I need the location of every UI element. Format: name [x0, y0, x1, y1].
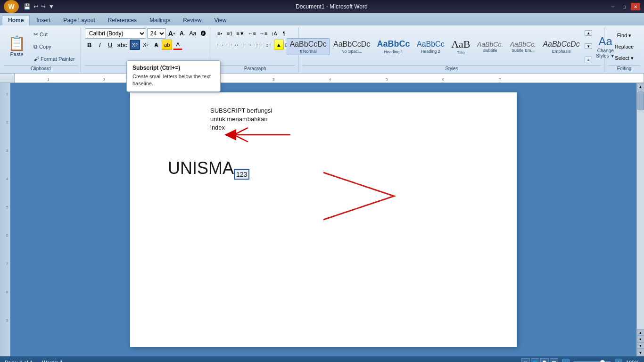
style-heading2[interactable]: AaBbCc Heading 2 — [413, 38, 447, 55]
scroll-thumb[interactable] — [637, 91, 644, 110]
annotation-line3: index — [210, 123, 272, 132]
copy-button[interactable]: ⧉ Copy — [32, 43, 77, 50]
paste-label: Paste — [10, 51, 23, 57]
ruler-inner: -1 0 1 2 3 4 5 6 7 — [14, 74, 644, 82]
numbering-button[interactable]: ≡1 — [225, 28, 234, 39]
change-case-button[interactable]: Aa — [188, 28, 198, 39]
document-area: UNISMA123 SUBSCRIPT berfungsi untuk mena… — [10, 83, 636, 356]
style-normal[interactable]: AaBbCcDc ¶ Normal — [287, 38, 330, 55]
font-row1: Calibri (Body) 24 A+ A- Aa 🅐 — [85, 28, 208, 39]
bullets-button[interactable]: ≡• — [215, 28, 224, 39]
align-right-button[interactable]: ≡ → — [241, 40, 253, 50]
view-print-button[interactable]: 📄 — [540, 358, 549, 362]
annotation-line1: SUBSCRIPT berfungsi — [210, 107, 272, 115]
strikethrough-button[interactable]: abc — [116, 40, 129, 50]
grow-font-button[interactable]: A+ — [167, 28, 177, 39]
view-reading-button[interactable]: 📖 — [550, 358, 558, 362]
style-title[interactable]: AaB Title — [448, 37, 473, 57]
zoom-in-button[interactable]: + — [615, 359, 622, 362]
tab-view[interactable]: View — [208, 15, 233, 25]
text-effects-button[interactable]: A — [151, 40, 161, 50]
style-heading1[interactable]: AaBbCc Heading 1 — [374, 38, 413, 56]
view-web-button[interactable]: 🌐 — [531, 358, 539, 362]
paste-button[interactable]: 📋 Paste — [4, 28, 30, 65]
styles-scroll-more[interactable]: ≡ — [585, 57, 592, 63]
next-page-button[interactable]: ▼ — [637, 342, 644, 349]
minimize-button[interactable]: ─ — [608, 3, 618, 10]
select-button[interactable]: Select ▾ — [611, 53, 637, 63]
italic-button[interactable]: I — [95, 40, 105, 50]
decrease-indent-button[interactable]: ←≡ — [247, 28, 257, 39]
tab-mailings[interactable]: Mailings — [143, 15, 176, 25]
scrollbar-vertical[interactable]: ▲ ▲ ● ▼ ▼ — [636, 83, 644, 356]
title-bar-left: W 💾 ↩ ↪ ▼ — [4, 0, 55, 13]
styles-scroll-down[interactable]: ▼ — [585, 43, 592, 49]
chevron-decoration — [314, 168, 418, 224]
align-center-button[interactable]: ≡ ↔ — [228, 40, 240, 50]
font-row2: B I U abc X2 X2 A ab A — [85, 40, 208, 50]
quick-access-toolbar: 💾 ↩ ↪ ▼ — [23, 2, 55, 11]
find-button[interactable]: Find ▾ — [611, 30, 637, 41]
document-page[interactable]: UNISMA123 SUBSCRIPT berfungsi untuk mena… — [130, 92, 517, 347]
redo-quickaccess[interactable]: ↪ — [40, 2, 47, 11]
tab-insert[interactable]: Insert — [30, 15, 57, 25]
underline-button[interactable]: U — [106, 40, 115, 50]
clipboard-group-label: Clipboard — [4, 65, 78, 71]
undo-quickaccess[interactable]: ↩ — [33, 2, 39, 11]
tab-page-layout[interactable]: Page Layout — [57, 15, 101, 25]
multilevel-button[interactable]: ≡▼ — [235, 28, 246, 39]
bold-button[interactable]: B — [85, 40, 94, 50]
shrink-font-button[interactable]: A- — [178, 28, 187, 39]
cut-button[interactable]: ✂ Cut — [32, 31, 77, 38]
style-subtle-emphasis[interactable]: AaBbCc. Subtle Em... — [507, 39, 539, 55]
page-info: Page: 1 of 1 — [5, 360, 33, 362]
dropdown-quickaccess[interactable]: ▼ — [48, 2, 55, 11]
title-bar: W 💾 ↩ ↪ ▼ Document1 - Microsoft Word ─ □… — [0, 0, 644, 13]
window-title: Document1 - Microsoft Word — [55, 3, 608, 10]
maximize-button[interactable]: □ — [619, 3, 629, 10]
close-button[interactable]: ✕ — [631, 3, 640, 10]
tab-home[interactable]: Home — [2, 15, 30, 25]
para-row2: ≡ ← ≡ ↔ ≡ → ≡≡ ↕≡ ▲ □▼ — [215, 40, 295, 50]
increase-indent-button[interactable]: →≡ — [258, 28, 269, 39]
subscript-tooltip: Subscript (Ctrl+=) Create small letters … — [126, 60, 221, 92]
format-painter-button[interactable]: 🖌 Format Painter — [32, 55, 77, 63]
save-quickaccess[interactable]: 💾 — [23, 2, 32, 11]
view-normal-button[interactable]: ▤ — [521, 358, 530, 362]
font-family-select[interactable]: Calibri (Body) — [85, 28, 146, 39]
styles-row: AaBbCcDc ¶ Normal AaBbCcDc No Spaci... A… — [287, 37, 583, 57]
shading-button[interactable]: ▲ — [274, 40, 284, 50]
paragraph-group-label: Paragraph — [215, 65, 295, 71]
font-size-select[interactable]: 24 — [147, 28, 166, 39]
styles-scroll-up[interactable]: ▲ — [585, 30, 592, 36]
superscript-button[interactable]: X2 — [141, 40, 150, 50]
window-controls: ─ □ ✕ — [608, 3, 640, 10]
style-no-spacing[interactable]: AaBbCcDc No Spaci... — [330, 38, 373, 55]
scroll-down-button[interactable]: ▼ — [637, 349, 644, 356]
tab-references[interactable]: References — [102, 15, 143, 25]
subscript-button[interactable]: X2 — [130, 40, 140, 50]
clipboard-group: 📋 Paste ✂ Cut ⧉ Copy 🖌 Format Painter — [1, 27, 81, 72]
align-left-button[interactable]: ≡ ← — [215, 40, 227, 50]
office-button[interactable]: W — [4, 0, 19, 13]
justify-button[interactable]: ≡≡ — [254, 40, 264, 50]
paragraph-group: ≡• ≡1 ≡▼ ←≡ →≡ ↕A ¶ ≡ ← ≡ ↔ ≡ → ≡≡ ↕≡ ▲ … — [212, 27, 298, 72]
line-spacing-button[interactable]: ↕≡ — [264, 40, 273, 50]
select-browse-button[interactable]: ● — [637, 336, 644, 342]
annotation-text: SUBSCRIPT berfungsi untuk menambahkan in… — [210, 107, 272, 132]
status-bar: Page: 1 of 1 Words: 1 ▤ 🌐 📄 📖 − + 100% — [0, 356, 644, 362]
font-color-button[interactable]: A — [173, 40, 182, 50]
ribbon-tabs: Home Insert Page Layout References Maili… — [0, 13, 644, 25]
zoom-out-button[interactable]: − — [562, 359, 570, 362]
prev-page-button[interactable]: ▲ — [637, 329, 644, 336]
scroll-up-button[interactable]: ▲ — [637, 83, 644, 90]
highlight-button[interactable]: ab — [162, 40, 172, 50]
clear-formatting-button[interactable]: 🅐 — [198, 28, 208, 39]
tab-review[interactable]: Review — [177, 15, 207, 25]
style-emphasis[interactable]: AaBbCcDc Emphasis — [540, 38, 583, 55]
zoom-thumb[interactable] — [600, 360, 605, 362]
replace-button[interactable]: Replace — [611, 41, 637, 52]
tooltip-description: Create small letters below the text base… — [132, 73, 215, 88]
style-subtitle[interactable]: AaBbCc. Subtitle — [474, 39, 506, 55]
sort-button[interactable]: ↕A — [269, 28, 279, 39]
